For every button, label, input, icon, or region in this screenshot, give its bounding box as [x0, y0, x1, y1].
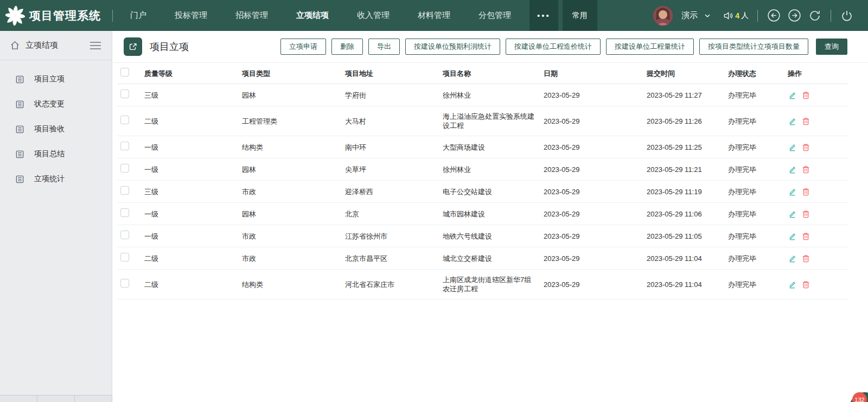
cell-quality-grade: 二级 [141, 247, 239, 270]
nav-item[interactable]: 投标管理 [161, 0, 221, 31]
trash-icon[interactable] [801, 165, 810, 174]
row-checkbox[interactable] [120, 90, 129, 98]
cell-quality-grade: 一级 [141, 136, 239, 158]
cell-project-address: 学府街 [342, 84, 439, 106]
row-checkbox-cell [117, 247, 141, 270]
trash-icon[interactable] [801, 143, 810, 152]
cell-date: 2023-05-29 [540, 106, 643, 136]
cell-project-address: 北京 [342, 203, 439, 225]
nav-item[interactable]: 收入管理 [343, 0, 404, 31]
sidebar-item[interactable]: 状态变更 [0, 92, 112, 117]
avatar[interactable] [653, 6, 673, 25]
nav-favorites-button[interactable]: 常用 [563, 0, 597, 31]
sidebar-item[interactable]: 项目总结 [0, 142, 112, 167]
trash-icon[interactable] [801, 91, 810, 100]
toolbar-button[interactable]: 按建设单位预期利润统计 [405, 39, 500, 55]
nav-item[interactable]: 立项结项 [282, 0, 343, 31]
sidebar-item-label: 立项统计 [34, 174, 65, 184]
cell-project-address: 尖草坪 [342, 158, 439, 181]
edit-pencil-icon[interactable] [788, 117, 797, 126]
toolbar-button[interactable]: 立项申请 [280, 39, 326, 55]
row-checkbox[interactable] [120, 142, 129, 150]
trash-icon[interactable] [801, 254, 810, 263]
row-checkbox[interactable] [120, 231, 129, 239]
sidebar-item[interactable]: 项目立项 [0, 67, 112, 92]
select-all-checkbox[interactable] [120, 68, 129, 76]
select-all-cell [117, 63, 141, 84]
cell-project-address: 迎泽桥西 [342, 181, 439, 203]
user-name[interactable]: 演示 [681, 10, 698, 21]
home-icon [10, 40, 20, 50]
cell-actions [784, 84, 848, 106]
row-checkbox[interactable] [120, 116, 129, 124]
toolbar-button[interactable]: 按项目类型统计立项项目数量 [699, 39, 808, 55]
external-link-icon [124, 37, 142, 56]
nav-divider [112, 10, 113, 22]
nav-item[interactable]: 材料管理 [404, 0, 464, 31]
edit-pencil-icon[interactable] [788, 209, 797, 219]
cell-quality-grade: 三级 [141, 84, 239, 106]
online-suffix: 人 [741, 11, 749, 21]
cell-project-name: 地铁六号线建设 [439, 225, 540, 247]
toolbar-button[interactable]: 删除 [331, 39, 363, 55]
cell-project-address: 江苏省徐州市 [342, 225, 439, 247]
cell-status: 办理完毕 [725, 247, 784, 270]
sidebar-item[interactable]: 立项统计 [0, 167, 112, 192]
trash-icon[interactable] [801, 117, 810, 126]
row-checkbox[interactable] [120, 164, 129, 173]
edit-pencil-icon[interactable] [788, 254, 797, 263]
cell-project-name: 海上溢油应急处置实验系统建设工程 [439, 106, 540, 136]
nav-menu: 门户投标管理招标管理立项结项收入管理材料管理分包管理 [116, 0, 525, 31]
toolbar-button[interactable]: 导出 [368, 39, 400, 55]
back-button[interactable] [767, 9, 781, 23]
main-content: 项目立项 立项申请删除导出按建设单位预期利润统计按建设单位工程造价统计按建设单位… [113, 31, 868, 402]
edit-pencil-icon[interactable] [788, 165, 797, 174]
edit-pencil-icon[interactable] [788, 143, 797, 152]
table-body: 三级 园林 学府街 徐州林业 2023-05-29 2023-05-29 11:… [117, 84, 848, 299]
cell-submit-time: 2023-05-29 11:27 [643, 84, 725, 106]
nav-item[interactable]: 门户 [116, 0, 161, 31]
trash-icon[interactable] [801, 280, 810, 289]
cell-submit-time: 2023-05-29 11:04 [643, 270, 725, 299]
online-users[interactable]: 4 人 [723, 10, 749, 21]
nav-more-button[interactable]: ••• [529, 0, 558, 31]
trash-icon[interactable] [801, 187, 810, 196]
cell-project-type: 园林 [239, 158, 342, 181]
row-checkbox-cell [117, 84, 141, 106]
query-button[interactable]: 查询 [816, 39, 847, 55]
trash-icon[interactable] [801, 232, 810, 241]
toolbar-button[interactable]: 按建设单位工程量统计 [606, 39, 694, 55]
cell-quality-grade: 一级 [141, 158, 239, 181]
cell-date: 2023-05-29 [540, 84, 643, 106]
nav-item[interactable]: 招标管理 [221, 0, 282, 31]
edit-pencil-icon[interactable] [788, 280, 797, 289]
cell-quality-grade: 二级 [141, 270, 239, 299]
row-checkbox[interactable] [120, 186, 129, 195]
cell-project-name: 城北立交桥建设 [439, 247, 540, 270]
edit-pencil-icon[interactable] [788, 187, 797, 196]
cell-status: 办理完毕 [725, 181, 784, 203]
row-checkbox[interactable] [120, 208, 129, 217]
sidebar-item[interactable]: 项目验收 [0, 117, 112, 142]
cell-project-type: 市政 [239, 247, 342, 270]
trash-icon[interactable] [801, 209, 810, 219]
hamburger-icon[interactable] [89, 40, 102, 52]
toolbar-button[interactable]: 按建设单位工程造价统计 [506, 39, 601, 55]
power-button[interactable] [840, 9, 854, 23]
navbar-right: 演示 4 人 [653, 6, 868, 25]
column-header: 日期 [540, 63, 643, 84]
notification-badge[interactable]: 132 [852, 392, 867, 402]
forward-button[interactable] [787, 9, 801, 23]
nav-item[interactable]: 分包管理 [464, 0, 525, 31]
row-checkbox-cell [117, 270, 141, 299]
column-header: 项目地址 [342, 63, 439, 84]
chevron-down-icon[interactable] [704, 12, 711, 19]
toolbar: 立项申请删除导出按建设单位预期利润统计按建设单位工程造价统计按建设单位工程量统计… [275, 39, 847, 55]
cell-submit-time: 2023-05-29 11:21 [643, 158, 725, 181]
row-checkbox[interactable] [120, 253, 129, 261]
document-icon [15, 125, 24, 134]
refresh-button[interactable] [808, 9, 822, 23]
edit-pencil-icon[interactable] [788, 91, 797, 100]
row-checkbox[interactable] [120, 279, 129, 288]
edit-pencil-icon[interactable] [788, 232, 797, 241]
